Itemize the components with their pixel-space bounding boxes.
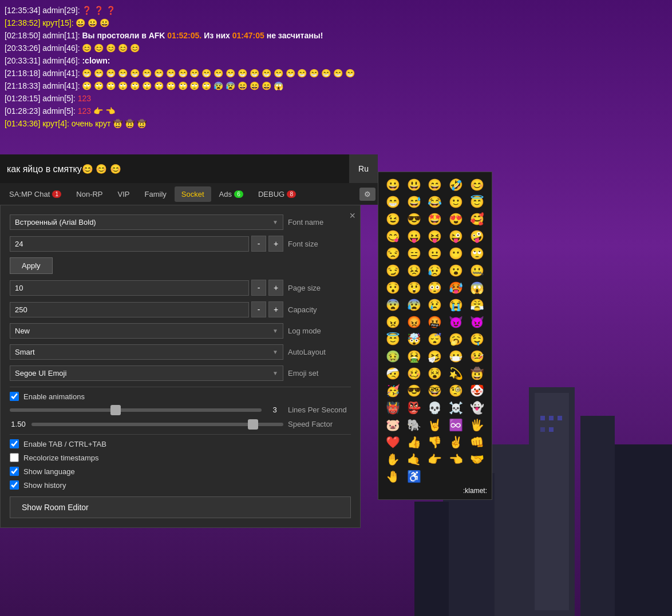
emoji-cell[interactable]: 😠 — [383, 314, 403, 330]
capacity-minus[interactable]: - — [251, 301, 266, 317]
tab-vip[interactable]: VIP — [111, 186, 137, 202]
capacity-input[interactable] — [10, 302, 249, 317]
tab-ads[interactable]: Ads 6 — [212, 186, 250, 202]
emoji-cell[interactable]: 🐘 — [404, 417, 424, 433]
emoji-cell[interactable]: 😱 — [467, 280, 487, 296]
enable-animations-checkbox[interactable] — [10, 392, 19, 401]
emoji-cell[interactable]: 👺 — [404, 400, 424, 416]
tab-non-rp[interactable]: Non-RP — [69, 186, 109, 202]
emoji-cell[interactable]: 😋 — [383, 228, 403, 244]
emoji-cell[interactable]: ✌️ — [446, 434, 466, 450]
emoji-cell[interactable]: ✋ — [383, 451, 403, 467]
emoji-cell[interactable]: 👹 — [383, 400, 403, 416]
emoji-cell[interactable]: 😜 — [446, 228, 466, 244]
emoji-cell[interactable]: 🥴 — [404, 365, 424, 381]
emoji-cell[interactable]: 😝 — [425, 228, 445, 244]
emoji-cell[interactable]: 😎 — [404, 211, 424, 227]
emoji-cell[interactable]: 😮 — [446, 263, 466, 279]
emoji-cell[interactable]: ♾️ — [446, 417, 466, 433]
close-button[interactable]: × — [349, 210, 355, 222]
emoji-cell[interactable]: 🤐 — [467, 263, 487, 279]
speed-factor-slider[interactable] — [31, 423, 283, 426]
emoji-cell[interactable]: 😄 — [425, 177, 445, 193]
emoji-cell[interactable]: 🤕 — [383, 365, 403, 381]
emoji-cell[interactable]: 🖐️ — [467, 417, 487, 433]
emoji-cell[interactable]: 👍 — [404, 434, 424, 450]
show-history-checkbox[interactable] — [10, 480, 19, 490]
emoji-cell[interactable]: 😴 — [425, 331, 445, 347]
show-room-editor-button[interactable]: Show Room Editor — [10, 496, 351, 518]
emoji-cell[interactable]: 😨 — [383, 297, 403, 313]
emoji-cell[interactable]: 😳 — [425, 280, 445, 296]
lines-per-second-slider[interactable] — [10, 408, 262, 412]
show-language-checkbox[interactable] — [10, 467, 19, 476]
emoji-cell[interactable]: 😤 — [467, 297, 487, 313]
log-mode-select[interactable]: New — [10, 324, 283, 338]
emoji-cell[interactable]: 🤒 — [467, 348, 487, 364]
emoji-cell[interactable]: 👻 — [467, 400, 487, 416]
emoji-cell[interactable]: 😵 — [425, 365, 445, 381]
emoji-cell[interactable]: 🤣 — [446, 177, 466, 193]
emoji-cell[interactable]: 😰 — [404, 297, 424, 313]
emoji-set-select[interactable]: Segoe UI Emoji — [10, 366, 283, 380]
tab-debug[interactable]: DEBUG 8 — [251, 186, 303, 202]
emoji-cell[interactable]: 🤬 — [425, 314, 445, 330]
emoji-cell[interactable]: 😃 — [404, 177, 424, 193]
emoji-cell[interactable]: 😑 — [404, 245, 424, 261]
emoji-cell[interactable]: 😒 — [383, 245, 403, 261]
emoji-cell[interactable]: 👎 — [425, 434, 445, 450]
emoji-cell[interactable]: 🤯 — [404, 331, 424, 347]
emoji-cell[interactable]: 😐 — [425, 245, 445, 261]
emoji-cell[interactable]: 💫 — [446, 365, 466, 381]
capacity-plus[interactable]: + — [268, 301, 283, 317]
emoji-cell[interactable]: 😛 — [404, 228, 424, 244]
emoji-cell[interactable]: 🥰 — [467, 211, 487, 227]
emoji-cell[interactable]: 😍 — [446, 211, 466, 227]
tab-samp-chat[interactable]: SA:MP Chat 1 — [2, 186, 68, 202]
emoji-cell[interactable]: 🤪 — [467, 228, 487, 244]
enable-tab-checkbox[interactable] — [10, 439, 19, 448]
emoji-cell[interactable]: 😉 — [383, 211, 403, 227]
font-name-select[interactable]: Встроенный (Arial Bold) — [10, 215, 283, 229]
emoji-cell[interactable]: 🤡 — [467, 383, 487, 399]
page-size-minus[interactable]: - — [251, 280, 266, 296]
emoji-cell[interactable]: 🤚 — [383, 468, 403, 484]
chat-input[interactable] — [0, 164, 349, 174]
emoji-cell[interactable]: 😈 — [446, 314, 466, 330]
tab-socket[interactable]: Socket — [175, 186, 211, 202]
tab-family[interactable]: Family — [138, 186, 173, 202]
font-size-input[interactable]: 24 — [10, 236, 249, 252]
emoji-cell[interactable]: 😲 — [404, 280, 424, 296]
emoji-cell[interactable]: 😣 — [404, 263, 424, 279]
emoji-cell[interactable]: 😀 — [383, 177, 403, 193]
emoji-cell[interactable]: 👉 — [425, 451, 445, 467]
page-size-input[interactable] — [10, 280, 249, 296]
emoji-cell[interactable]: 😥 — [425, 263, 445, 279]
page-size-plus[interactable]: + — [268, 280, 283, 296]
emoji-cell[interactable]: 🥱 — [446, 331, 466, 347]
emoji-cell[interactable]: 🤢 — [383, 348, 403, 364]
emoji-cell[interactable]: 😎 — [404, 383, 424, 399]
emoji-cell[interactable]: 🙂 — [446, 194, 466, 210]
emoji-cell[interactable]: 💀 — [425, 400, 445, 416]
emoji-cell[interactable]: 😇 — [383, 331, 403, 347]
emoji-cell[interactable]: ♿ — [404, 468, 424, 484]
emoji-cell[interactable]: 😇 — [467, 194, 487, 210]
emoji-cell[interactable]: 😁 — [383, 194, 403, 210]
emoji-cell[interactable]: 😅 — [404, 194, 424, 210]
recolorize-checkbox[interactable] — [10, 453, 19, 462]
emoji-cell[interactable]: 🤘 — [425, 417, 445, 433]
apply-button[interactable]: Apply — [10, 257, 53, 274]
emoji-cell[interactable]: 🤤 — [467, 331, 487, 347]
emoji-cell[interactable]: 😭 — [446, 297, 466, 313]
emoji-cell[interactable]: 👈 — [446, 451, 466, 467]
emoji-cell[interactable]: 😢 — [425, 297, 445, 313]
emoji-cell[interactable]: 🤙 — [404, 451, 424, 467]
emoji-cell[interactable]: 🤝 — [467, 451, 487, 467]
emoji-cell[interactable]: 🤠 — [467, 365, 487, 381]
emoji-cell[interactable]: 🥳 — [383, 383, 403, 399]
emoji-cell[interactable]: 😯 — [383, 280, 403, 296]
emoji-cell[interactable]: 😏 — [383, 263, 403, 279]
emoji-cell[interactable]: 👊 — [467, 434, 487, 450]
emoji-cell[interactable]: 😶 — [446, 245, 466, 261]
